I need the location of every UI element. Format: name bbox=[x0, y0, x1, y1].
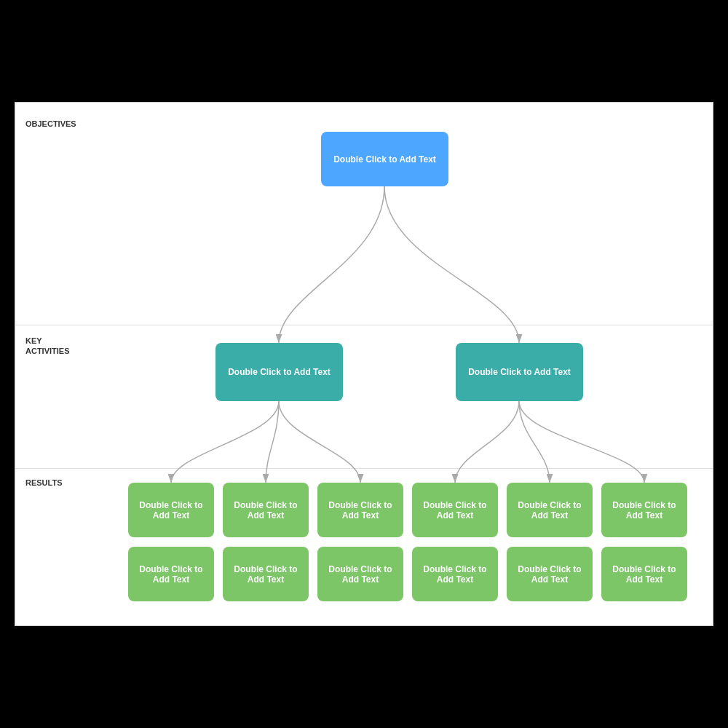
node-r10[interactable]: Double Click to Add Text bbox=[412, 547, 498, 601]
node-r5[interactable]: Double Click to Add Text bbox=[507, 483, 593, 537]
divider-2 bbox=[15, 468, 713, 469]
label-results: RESULTS bbox=[25, 478, 63, 488]
node-mid-left[interactable]: Double Click to Add Text bbox=[215, 343, 343, 401]
node-r9[interactable]: Double Click to Add Text bbox=[317, 547, 403, 601]
node-r6[interactable]: Double Click to Add Text bbox=[601, 483, 687, 537]
node-root[interactable]: Double Click to Add Text bbox=[321, 132, 448, 186]
node-r8[interactable]: Double Click to Add Text bbox=[223, 547, 309, 601]
node-mid-right[interactable]: Double Click to Add Text bbox=[456, 343, 583, 401]
node-r1[interactable]: Double Click to Add Text bbox=[128, 483, 214, 537]
label-key-activities: KEYACTIVITIES bbox=[25, 336, 70, 357]
node-r12[interactable]: Double Click to Add Text bbox=[601, 547, 687, 601]
node-r7[interactable]: Double Click to Add Text bbox=[128, 547, 214, 601]
node-r4[interactable]: Double Click to Add Text bbox=[412, 483, 498, 537]
node-r11[interactable]: Double Click to Add Text bbox=[507, 547, 593, 601]
divider-1 bbox=[15, 325, 713, 325]
diagram-canvas: OBJECTIVES KEYACTIVITIES RESULTS Double … bbox=[15, 102, 713, 626]
node-r2[interactable]: Double Click to Add Text bbox=[223, 483, 309, 537]
label-objectives: OBJECTIVES bbox=[25, 119, 76, 129]
node-r3[interactable]: Double Click to Add Text bbox=[317, 483, 403, 537]
